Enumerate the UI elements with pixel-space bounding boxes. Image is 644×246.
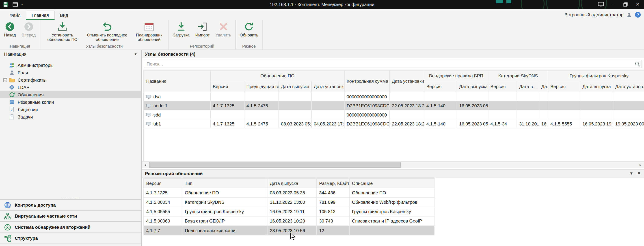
horizontal-scrollbar[interactable]: ◄ ► bbox=[142, 161, 644, 168]
column-group-software-update[interactable]: Обновление ПО bbox=[210, 70, 344, 81]
sidebar-item[interactable]: +Администраторы bbox=[0, 61, 142, 69]
sidebar-item-label: Роли bbox=[18, 70, 28, 75]
refresh-button[interactable]: Обновить bbox=[237, 20, 261, 43]
repo-column-header[interactable]: Версия bbox=[144, 178, 182, 188]
sidebar-item[interactable]: +Роли bbox=[0, 69, 142, 76]
scrollbar-track[interactable] bbox=[149, 161, 637, 168]
repo-column-header[interactable]: Описание bbox=[349, 178, 434, 188]
column-header[interactable]: Версия bbox=[210, 81, 244, 92]
repo-column-header[interactable]: Дата выпуска bbox=[267, 178, 316, 188]
display-button[interactable] bbox=[595, 0, 607, 9]
column-header-install-date[interactable]: Дата установки... bbox=[390, 70, 424, 92]
sidebar-section-item[interactable]: Контроль доступа bbox=[0, 199, 142, 210]
sidebar-tree: +Администраторы+Роли+Сертификаты+LDAP+Об… bbox=[0, 58, 142, 121]
undo-update-button[interactable]: Отменить последнее обновление bbox=[83, 20, 131, 43]
sidebar-item[interactable]: +Обновления bbox=[0, 91, 142, 98]
table-row[interactable]: 4.1.5.00034Категории SkyDNS31.10.2022 13… bbox=[144, 197, 434, 207]
repo-column-header[interactable]: Размер, Кбайт bbox=[316, 178, 349, 188]
close-button[interactable]: ✕ bbox=[632, 0, 644, 9]
scrollbar-thumb[interactable] bbox=[149, 162, 401, 167]
sidebar-section-item[interactable]: Система обнаружения вторжений bbox=[0, 221, 142, 232]
table-row[interactable]: node-14.1.7-13254.1.5-2475D2BB1EC61098CD… bbox=[144, 101, 644, 110]
column-header[interactable]: Да... bbox=[539, 81, 548, 92]
sidebar-item[interactable]: +Резервные копии bbox=[0, 98, 142, 106]
search-icon[interactable] bbox=[634, 61, 640, 67]
column-header[interactable]: Дата установки bbox=[312, 81, 344, 92]
column-header[interactable]: Дата выпуска bbox=[279, 81, 312, 92]
update-scheduler-button[interactable]: Планировщик обновлений bbox=[131, 20, 167, 43]
column-header-name[interactable]: Название bbox=[144, 70, 210, 92]
nodes-table-body: dsa0000000000000000node-14.1.7-13254.1.5… bbox=[144, 92, 644, 128]
restore-button[interactable] bbox=[619, 0, 632, 9]
sidebar-section-item[interactable]: Структура bbox=[0, 232, 142, 243]
qat-dropdown-icon[interactable]: ▾ bbox=[20, 3, 24, 6]
table-row[interactable]: 4.1.5.05555Группы фильтров Kaspersky16.0… bbox=[144, 207, 434, 216]
chevron-down-icon[interactable]: ▾ bbox=[630, 171, 632, 175]
window-list-button[interactable] bbox=[11, 0, 19, 8]
download-label: Загрузка bbox=[173, 33, 190, 37]
table-row[interactable]: 4.1.7.1325Обновление ПО08.03.2023 05:353… bbox=[144, 188, 434, 197]
node-cell: 4.1.7-1325 bbox=[210, 101, 244, 110]
column-group-vendor-rules[interactable]: Вендорские правила БРП bbox=[424, 70, 488, 81]
sidebar-item-label: Сертификаты bbox=[18, 77, 46, 82]
column-header[interactable]: Дата в... bbox=[517, 81, 539, 92]
sidebar-item[interactable]: +Сертификаты bbox=[0, 76, 142, 84]
scroll-left-icon[interactable]: ◄ bbox=[142, 161, 148, 168]
column-header[interactable]: Дата выпуска bbox=[457, 81, 488, 92]
column-header[interactable]: Версия bbox=[424, 81, 457, 92]
close-icon[interactable]: ✕ bbox=[637, 171, 641, 175]
table-row[interactable]: 4.1.5.00060База стран GEO/IP16.05.2023 1… bbox=[144, 216, 434, 226]
table-row[interactable]: sdd0000000000000000 bbox=[144, 110, 644, 119]
repo-cell bbox=[349, 226, 434, 235]
download-button[interactable]: Загрузка bbox=[170, 20, 192, 43]
sidebar-item-label: Обновления bbox=[18, 92, 44, 97]
node-cell bbox=[613, 101, 644, 110]
splitter-grip[interactable]: ·········· bbox=[0, 196, 142, 199]
repo-header-row: ВерсияТипДата выпускаРазмер, КбайтОписан… bbox=[144, 178, 434, 188]
table-row[interactable]: dsa0000000000000000 bbox=[144, 92, 644, 101]
minimize-button[interactable]: – bbox=[607, 0, 619, 9]
sidebar-item[interactable]: +Задачи bbox=[0, 113, 142, 121]
column-header[interactable]: Версия bbox=[548, 81, 580, 92]
sidebar-item[interactable]: +Лицензии bbox=[0, 106, 142, 113]
updates-icon bbox=[9, 92, 15, 98]
nodes-panel-title: Узлы безопасности (4) bbox=[145, 51, 196, 56]
save-button[interactable] bbox=[2, 0, 10, 8]
node-cell: 22.05.2023 18:24 bbox=[390, 119, 424, 128]
scroll-right-icon[interactable]: ► bbox=[637, 161, 644, 168]
administrators-icon bbox=[9, 62, 15, 68]
column-header[interactable]: Дата установ... bbox=[613, 81, 644, 92]
column-group-kaspersky[interactable]: Группы фильтров Kaspersky bbox=[548, 70, 644, 81]
sidebar-item[interactable]: +LDAP bbox=[0, 84, 142, 91]
forward-icon bbox=[23, 21, 34, 32]
user-icon[interactable] bbox=[626, 12, 632, 18]
node-cell: 04.05.2023 17:44 bbox=[312, 119, 344, 128]
ribbon-group-misc: Обновить Разное bbox=[236, 20, 262, 50]
node-cell: 4.1.7-1325 bbox=[210, 119, 244, 128]
repo-cell: 16.05.2023 10:20 bbox=[267, 216, 316, 226]
repo-column-header[interactable]: Тип bbox=[182, 178, 267, 188]
column-header[interactable]: Дата выпуска bbox=[580, 81, 613, 92]
collapse-icon[interactable]: ▼ bbox=[134, 52, 137, 56]
ribbon: Назад Вперед Навигация Установить обновл… bbox=[0, 20, 644, 50]
import-button[interactable]: Импорт bbox=[192, 20, 213, 43]
sidebar-section-label: Виртуальные частные сети bbox=[15, 214, 77, 219]
table-row[interactable]: ub14.1.7-13254.1.5-247508.03.2023 05:350… bbox=[144, 119, 644, 128]
tab-file[interactable]: Файл bbox=[4, 11, 26, 19]
expand-icon[interactable]: + bbox=[3, 78, 7, 82]
delete-label: Удалить bbox=[215, 33, 231, 37]
tab-home[interactable]: Главная bbox=[26, 11, 55, 20]
column-header[interactable]: Версия bbox=[488, 81, 517, 92]
back-button[interactable]: Назад bbox=[1, 20, 18, 43]
column-group-skydns[interactable]: Категории SkyDNS bbox=[488, 70, 548, 81]
column-header[interactable]: Предыдущая ве... bbox=[244, 81, 279, 92]
window-title: 192.168.1.1 - Континент. Менеджер конфиг… bbox=[0, 0, 644, 9]
search-input[interactable] bbox=[144, 60, 642, 68]
install-update-button[interactable]: Установить обновление ПО bbox=[42, 20, 83, 43]
table-row[interactable]: 4.1.7.7Пользовательские хэши23.05.2023 1… bbox=[144, 226, 434, 235]
help-icon[interactable]: ? bbox=[635, 12, 641, 18]
column-header-checksum[interactable]: Контрольная сумма bbox=[344, 70, 390, 92]
repo-cell: Группы фильтров Kaspersky bbox=[182, 207, 267, 216]
tab-view[interactable]: Вид bbox=[55, 11, 74, 19]
sidebar-section-item[interactable]: Виртуальные частные сети bbox=[0, 210, 142, 221]
